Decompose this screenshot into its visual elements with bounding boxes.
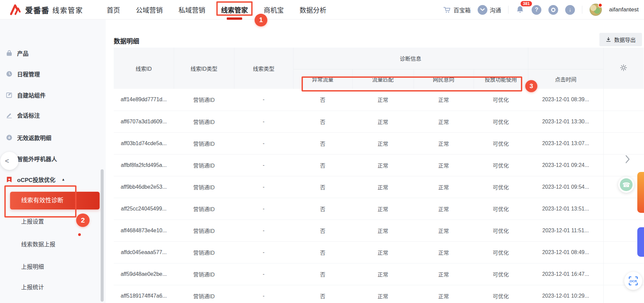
data-export-button[interactable]: 数据导出 xyxy=(599,33,642,46)
nav-item-1[interactable]: 公域营销 xyxy=(136,5,163,15)
ocr-button[interactable]: OCR xyxy=(624,272,642,290)
svg-text:OCR: OCR xyxy=(630,279,637,283)
sidebar-collapse-button[interactable]: < xyxy=(0,152,18,170)
treasure-box-label: 百宝箱 xyxy=(453,6,471,14)
cell-abnormal: 否 xyxy=(293,111,352,132)
help-button[interactable]: ? xyxy=(532,5,541,15)
cell-actions xyxy=(603,132,644,154)
chat-button[interactable]: 沟通 xyxy=(478,5,501,15)
record-button[interactable] xyxy=(548,5,558,15)
nav-item-label: 商机宝 xyxy=(264,7,284,14)
cell-id: aff59d48ae0e2be... xyxy=(114,263,174,285)
topbar-tools: 百宝箱 沟通 381 ? ↓ aifanfantest xyxy=(443,0,639,19)
annotation-badge-2: 2 xyxy=(76,214,90,227)
nav-item-2[interactable]: 私域营销 xyxy=(178,5,205,15)
sidebar-item-partial[interactable]: ··· xyxy=(0,28,106,35)
table-row: affbf8fa2fcfd495a...营销通ID-否正常正常可优化2023-1… xyxy=(114,154,644,176)
cell-id: aff14e89dd7771d... xyxy=(114,89,174,111)
aifanfan-logo-icon xyxy=(9,3,22,16)
cell-feature: 可优化 xyxy=(474,241,528,263)
cell-id_type: 营销通ID xyxy=(174,176,234,198)
sidebar-item-label: 会话标注 xyxy=(17,111,40,119)
table-settings-gear-icon[interactable] xyxy=(620,64,628,72)
cell-id: affdc045eaaa577... xyxy=(114,241,174,263)
sidebar-item-site-widget[interactable]: 自建站组件 xyxy=(0,88,106,102)
cell-id: aff9bb46dbe2e53... xyxy=(114,176,174,198)
cell-lead_type: - xyxy=(234,111,293,132)
sidebar-item-ocpc[interactable]: oCPC投放优化▲ xyxy=(0,173,106,186)
customer-service-banner[interactable]: 在线客服 xyxy=(637,227,644,257)
cell-traffic_match: 正常 xyxy=(352,89,414,111)
cell-id: aff4684873e4e10... xyxy=(114,220,174,241)
nav-item-label: 线索管家 xyxy=(221,7,248,14)
record-icon xyxy=(551,8,555,12)
cell-intent: 正常 xyxy=(414,111,474,132)
divider xyxy=(582,6,582,14)
sidebar-item-refund[interactable]: 无效返款明细 xyxy=(0,131,106,144)
export-label: 数据导出 xyxy=(614,36,636,44)
cell-click_time: 2023-12-01 09:24... xyxy=(528,154,603,176)
chevron-right-icon xyxy=(625,155,630,164)
cell-lead_type: - xyxy=(234,241,293,263)
cell-abnormal: 否 xyxy=(293,285,352,303)
sidebar-scrollbar[interactable] xyxy=(101,169,104,302)
download-icon: ↓ xyxy=(569,7,572,13)
sidebar-item-schedule[interactable]: 日程管理 xyxy=(0,67,106,80)
annotation-badge-3: 3 xyxy=(525,80,537,92)
nav-item-3[interactable]: 线索管家1 xyxy=(221,5,248,15)
table-expand-right-button[interactable] xyxy=(624,154,632,165)
cell-lead_type: - xyxy=(234,285,293,303)
sidebar-subitem-4[interactable]: 上报统计 xyxy=(0,281,106,294)
download-client-button[interactable]: ↓ xyxy=(565,5,575,15)
cell-intent: 正常 xyxy=(414,132,474,154)
treasure-box-button[interactable]: 百宝箱 xyxy=(443,6,471,14)
cell-intent: 正常 xyxy=(414,263,474,285)
cell-abnormal: 否 xyxy=(293,263,352,285)
cell-lead_type: - xyxy=(234,89,293,111)
cell-intent: 正常 xyxy=(414,241,474,263)
main-content: 数据明细 数据导出 线索ID 线索ID类型 线索类型 诊断信息 xyxy=(106,19,644,303)
cell-click_time: 2023-12-01 16:47... xyxy=(528,263,603,285)
nav-item-label: 私域营销 xyxy=(178,7,205,14)
cell-traffic_match: 正常 xyxy=(352,111,414,132)
nav-item-0[interactable]: 首页 xyxy=(107,5,120,15)
sidebar-item-label: oCPC投放优化 xyxy=(17,175,55,184)
app-logo[interactable]: 爱番番 线索管家 xyxy=(9,3,83,17)
promo-banner[interactable]: 番番百宝箱 xyxy=(637,172,644,213)
cell-id: aff25cc24045499... xyxy=(114,198,174,220)
sidebar-item-product[interactable]: 产品 xyxy=(0,46,106,60)
active-tab-underline xyxy=(227,17,242,20)
cell-lead_type: - xyxy=(234,263,293,285)
table-row: aff14e89dd7771d...营销通ID-否正常正常可优化2023-12-… xyxy=(114,89,644,111)
phone-icon: ☎ xyxy=(620,178,633,191)
sidebar-subitem-0[interactable]: 线索有效性诊断 xyxy=(10,192,100,209)
cell-feature: 可优化 xyxy=(474,154,528,176)
ocpc-icon xyxy=(6,176,13,183)
cell-click_time: 2023-12-01 10:29... xyxy=(528,285,603,303)
cell-id_type: 营销通ID xyxy=(174,263,234,285)
product-icon xyxy=(6,50,13,57)
annotation-badge-1: 1 xyxy=(255,14,267,26)
sidebar-subitem-2[interactable]: 线索数据上报 xyxy=(0,238,106,251)
cell-intent: 正常 xyxy=(414,220,474,241)
nav-item-5[interactable]: 数据分析 xyxy=(300,5,326,15)
column-header-feature-usage: 投放功能使用 xyxy=(474,69,528,89)
cell-click_time: 2023-12-01 13:07... xyxy=(528,132,603,154)
sidebar-item-label: 日程管理 xyxy=(17,70,40,78)
cell-id_type: 营销通ID xyxy=(174,132,234,154)
table-row: aff6707a3d1d609...营销通ID-否正常正常可优化2023-12-… xyxy=(114,111,644,132)
sidebar-item-label: 无效返款明细 xyxy=(17,133,51,142)
table-row: aff5189174ff47a6...营销通ID-否正常正常可优化2023-12… xyxy=(114,285,644,303)
cell-id_type: 营销通ID xyxy=(174,154,234,176)
sidebar-subitem-1[interactable]: 上报设置 xyxy=(0,215,106,229)
table-row: aff59d48ae0e2be...营销通ID-否正常正常可优化2023-12-… xyxy=(114,263,644,285)
phone-service-button[interactable]: ☎ xyxy=(618,177,634,193)
sidebar-item-annotate[interactable]: 会话标注 xyxy=(0,108,106,122)
nav-item-label: 数据分析 xyxy=(300,7,326,14)
avatar[interactable] xyxy=(589,3,602,16)
sidebar-subitem-3[interactable]: 上报明细 xyxy=(0,260,106,274)
cell-traffic_match: 正常 xyxy=(352,220,414,241)
username[interactable]: aifanfantest xyxy=(609,6,639,13)
nav-item-4[interactable]: 商机宝 xyxy=(264,5,284,15)
notifications-button[interactable]: 381 xyxy=(516,5,525,14)
